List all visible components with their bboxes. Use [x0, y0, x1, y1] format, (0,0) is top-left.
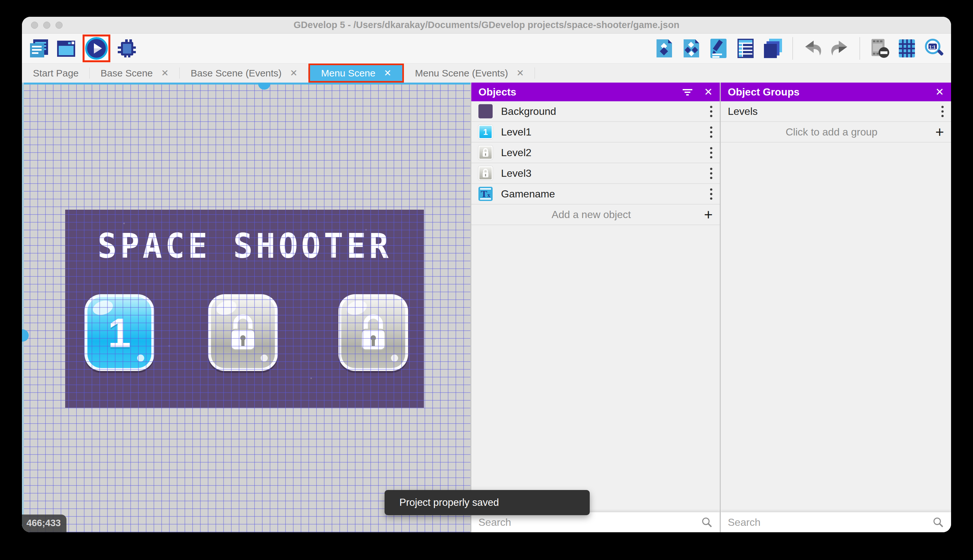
level-number: 1 — [108, 309, 131, 357]
object-menu-icon[interactable] — [710, 168, 713, 179]
tab-label: Menu Scene (Events) — [415, 68, 508, 79]
toolbar-separator — [792, 37, 793, 60]
redo-icon[interactable] — [829, 38, 850, 59]
object-groups-panel-title: Object Groups — [728, 86, 924, 98]
groups-search-input[interactable] — [728, 517, 932, 528]
objects-search-input[interactable] — [478, 517, 701, 528]
lock-icon — [357, 313, 390, 352]
objects-panel-title: Objects — [478, 86, 671, 98]
level2-object-thumbnail — [478, 145, 493, 160]
main-toolbar: 1:1 — [22, 33, 951, 63]
tab-base-scene[interactable]: Base Scene ✕ — [90, 63, 180, 83]
add-object-label: Add a new object — [478, 209, 704, 221]
filter-icon[interactable] — [682, 88, 693, 96]
group-menu-icon[interactable] — [941, 106, 944, 117]
vertical-scrollbar-track[interactable] — [22, 83, 24, 532]
object-name: Background — [501, 105, 701, 117]
game-title-text-instance[interactable]: SPACE SHOOTER — [65, 226, 424, 266]
object-row-level3[interactable]: Level3 — [472, 163, 720, 184]
tab-label: Base Scene (Events) — [191, 68, 282, 79]
level3-object-thumbnail — [478, 166, 493, 180]
group-name: Levels — [728, 105, 932, 117]
main-area: SPACE SHOOTER 1 — [22, 83, 951, 532]
object-row-background[interactable]: Background — [472, 101, 720, 122]
object-groups-panel-icon[interactable] — [681, 38, 702, 59]
properties-panel-icon[interactable] — [708, 38, 729, 59]
toolbar-separator — [860, 37, 860, 60]
grid-icon[interactable] — [896, 38, 918, 59]
level3-locked-button-instance[interactable] — [338, 294, 408, 371]
add-group-label: Click to add a group — [728, 126, 935, 138]
close-tab-icon[interactable]: ✕ — [516, 69, 524, 78]
cursor-coordinates-badge: 466;433 — [22, 515, 67, 532]
play-button-annotation — [83, 35, 110, 62]
scene-canvas[interactable]: SPACE SHOOTER 1 — [22, 83, 470, 532]
tab-label: Base Scene — [101, 68, 153, 79]
lock-icon — [482, 168, 490, 178]
toolbar-left-group — [28, 35, 137, 62]
tab-label: Menu Scene — [321, 68, 375, 79]
play-button[interactable] — [85, 37, 108, 60]
object-menu-icon[interactable] — [710, 188, 713, 200]
lock-icon — [482, 148, 490, 157]
zoom-ratio-icon[interactable]: 1:1 — [923, 38, 945, 59]
gamename-object-thumbnail: Tx — [478, 187, 493, 201]
save-toast: Project properly saved — [385, 490, 590, 515]
object-menu-icon[interactable] — [710, 106, 713, 117]
objects-panel-empty-space — [472, 225, 720, 512]
add-group-row[interactable]: Click to add a group + — [721, 122, 951, 143]
debug-icon[interactable] — [116, 38, 137, 59]
close-panel-icon[interactable]: ✕ — [935, 86, 944, 98]
tab-base-scene-events[interactable]: Base Scene (Events) ✕ — [180, 63, 308, 83]
level2-locked-button-instance[interactable] — [208, 294, 278, 371]
level1-button-instance[interactable]: 1 — [85, 294, 154, 371]
toggle-window-mask-icon[interactable] — [869, 38, 890, 59]
close-panel-icon[interactable]: ✕ — [704, 86, 713, 98]
horizontal-scrollbar-thumb[interactable] — [258, 83, 270, 90]
window-title: GDevelop 5 - /Users/dkarakay/Documents/G… — [22, 20, 951, 30]
game-scene-preview: SPACE SHOOTER 1 — [65, 210, 424, 408]
groups-panel-empty-space — [721, 143, 951, 512]
object-menu-icon[interactable] — [710, 147, 713, 158]
scene-window-icon[interactable] — [55, 38, 77, 59]
undo-icon[interactable] — [802, 38, 823, 59]
object-row-level1[interactable]: 1 Level1 — [472, 122, 720, 143]
plus-icon[interactable]: + — [935, 125, 944, 139]
add-new-object-row[interactable]: Add a new object + — [472, 205, 720, 225]
objects-panel-icon[interactable] — [654, 38, 675, 59]
layers-panel-icon[interactable] — [762, 38, 783, 59]
zoom-ratio-label: 1:1 — [928, 45, 936, 50]
tab-menu-scene[interactable]: Menu Scene ✕ — [308, 63, 404, 83]
object-menu-icon[interactable] — [710, 127, 713, 138]
editor-tabs: Start Page Base Scene ✕ Base Scene (Even… — [22, 63, 951, 83]
lock-icon — [227, 313, 259, 352]
close-tab-icon[interactable]: ✕ — [290, 69, 297, 78]
gdevelop-window: GDevelop 5 - /Users/dkarakay/Documents/G… — [22, 17, 951, 532]
tab-menu-scene-events[interactable]: Menu Scene (Events) ✕ — [404, 63, 535, 83]
instances-list-panel-icon[interactable] — [735, 38, 756, 59]
group-row-levels[interactable]: Levels — [721, 101, 951, 122]
toolbar-right-group: 1:1 — [654, 37, 945, 60]
plus-icon[interactable]: + — [704, 207, 713, 222]
search-icon — [701, 517, 713, 528]
tab-start-page[interactable]: Start Page — [22, 63, 90, 83]
objects-panel: Objects ✕ Background 1 Level1 — [472, 83, 720, 532]
tab-label: Start Page — [33, 68, 79, 79]
object-groups-panel-header: Object Groups ✕ — [721, 83, 951, 101]
object-name: Level1 — [501, 126, 701, 138]
background-object-thumbnail — [478, 104, 493, 118]
horizontal-scrollbar-track[interactable] — [22, 83, 470, 85]
groups-search-bar — [721, 512, 951, 532]
close-tab-icon[interactable]: ✕ — [384, 69, 392, 78]
object-name: Gamename — [501, 188, 701, 200]
objects-panel-header: Objects ✕ — [472, 83, 720, 101]
close-tab-icon[interactable]: ✕ — [161, 69, 169, 78]
object-groups-panel: Object Groups ✕ Levels Click to add a gr… — [721, 83, 951, 532]
toast-message: Project properly saved — [400, 497, 499, 508]
object-row-gamename[interactable]: Tx Gamename — [472, 184, 720, 205]
object-row-level2[interactable]: Level2 — [472, 143, 720, 163]
object-name: Level3 — [501, 167, 701, 179]
objects-search-bar — [472, 512, 720, 532]
project-manager-icon[interactable] — [28, 38, 50, 59]
vertical-scrollbar-thumb[interactable] — [22, 329, 29, 342]
